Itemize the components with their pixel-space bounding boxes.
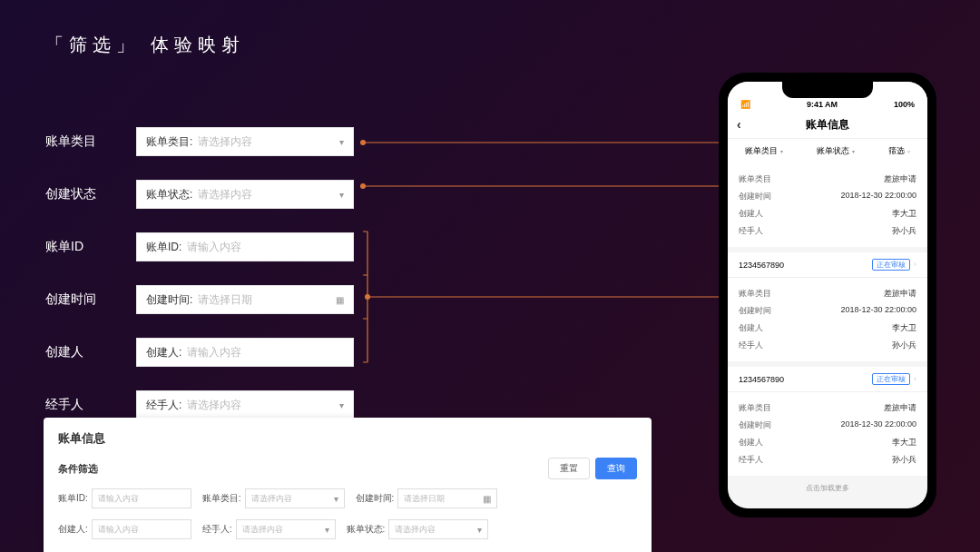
row-value: 2018-12-30 22:00:00 xyxy=(840,419,916,431)
row-value: 孙小兵 xyxy=(892,225,916,237)
row-value: 孙小兵 xyxy=(892,454,916,466)
card-row: 经手人孙小兵 xyxy=(739,451,916,468)
chevron-down-icon: ▾ xyxy=(339,190,344,200)
panel-fields: 账单ID:请输入内容账单类目:请选择内容▾创建时间:请选择日期▦创建人:请输入内… xyxy=(58,488,637,539)
form-field[interactable]: 账单状态:请选择内容▾ xyxy=(136,180,354,209)
row-value: 李大卫 xyxy=(892,208,916,220)
row-key: 创建时间 xyxy=(739,305,771,317)
form-label: 经手人 xyxy=(45,397,136,413)
chevron-down-icon: ▾ xyxy=(334,494,338,504)
row-key: 创建时间 xyxy=(739,191,771,202)
field-placeholder: 请选择内容 xyxy=(198,187,339,202)
calendar-icon: ▦ xyxy=(483,494,491,504)
form-label: 创建时间 xyxy=(45,291,136,308)
status-badge: 正在审核 xyxy=(872,373,910,385)
load-more[interactable]: 点击加载更多 xyxy=(728,476,927,500)
chevron-down-icon: ▾ xyxy=(852,148,855,154)
pf-input[interactable]: 请选择内容▾ xyxy=(388,519,488,539)
tab-label: 账单状态 xyxy=(817,145,849,157)
card-row: 经手人孙小兵 xyxy=(739,222,916,240)
desktop-panel: 账单信息 条件筛选 重置 查询 账单ID:请输入内容账单类目:请选择内容▾创建时… xyxy=(44,418,652,552)
filter-tab[interactable]: 筛选▿ xyxy=(888,145,910,157)
field-prefix: 账单状态: xyxy=(146,187,192,202)
card-id-row[interactable]: 1234567890正在审核› xyxy=(728,252,927,277)
panel-field: 创建人:请输入内容 xyxy=(58,519,191,539)
phone-mockup: 📶 9:41 AM 100% ‹ 账单信息 账单类目▾账单状态▾筛选▿ 账单类目… xyxy=(719,73,936,518)
form-row: 创建人创建人:请输入内容 xyxy=(45,338,354,367)
row-key: 创建时间 xyxy=(739,419,771,431)
row-key: 经手人 xyxy=(739,454,763,466)
field-prefix: 账单类目: xyxy=(146,134,192,150)
list-card: 账单类目差旅申请创建时间2018-12-30 22:00:00创建人李大卫经手人… xyxy=(728,163,927,247)
pf-label: 账单类目: xyxy=(202,492,241,505)
row-key: 经手人 xyxy=(739,340,763,351)
row-value: 差旅申请 xyxy=(884,288,916,300)
form-row: 创建状态账单状态:请选择内容▾ xyxy=(45,180,354,209)
card-row: 账单类目差旅申请 xyxy=(739,171,916,188)
pf-input[interactable]: 请选择内容▾ xyxy=(245,488,345,508)
signal-icon: 📶 xyxy=(740,100,750,109)
form-row: 创建时间创建时间:请选择日期▦ xyxy=(45,285,354,314)
row-value: 李大卫 xyxy=(892,322,916,334)
form-label: 创建状态 xyxy=(45,186,136,202)
row-value: 差旅申请 xyxy=(884,402,916,414)
pf-input[interactable]: 请选择日期▦ xyxy=(397,488,497,508)
pf-input[interactable]: 请输入内容 xyxy=(92,488,191,508)
card-row: 创建人李大卫 xyxy=(739,434,916,451)
row-value: 李大卫 xyxy=(892,437,916,448)
page-title: 「筛选」 体验映射 xyxy=(45,33,245,57)
pf-label: 账单ID: xyxy=(58,492,88,505)
form-field[interactable]: 经手人:请选择内容▾ xyxy=(136,390,354,419)
field-placeholder: 请选择内容 xyxy=(187,398,339,413)
pf-input[interactable]: 请选择内容▾ xyxy=(236,519,336,539)
filter-tab[interactable]: 账单状态▾ xyxy=(817,145,855,157)
field-prefix: 创建时间: xyxy=(146,292,192,308)
filter-tab[interactable]: 账单类目▾ xyxy=(745,145,783,157)
field-prefix: 创建人: xyxy=(146,345,181,360)
card-id-row[interactable]: 1234567890正在审核› xyxy=(728,367,927,391)
panel-title: 账单信息 xyxy=(58,430,637,447)
card-row: 账单类目差旅申请 xyxy=(739,285,916,302)
row-key: 创建人 xyxy=(739,322,763,334)
pf-input[interactable]: 请输入内容 xyxy=(92,519,191,539)
row-key: 经手人 xyxy=(739,225,763,237)
form-field[interactable]: 创建时间:请选择日期▦ xyxy=(136,285,354,314)
reset-button[interactable]: 重置 xyxy=(548,458,590,479)
card-id: 1234567890 xyxy=(739,261,784,270)
chevron-down-icon: ▾ xyxy=(477,525,482,535)
card-row: 创建人李大卫 xyxy=(739,205,916,222)
status-time: 9:41 AM xyxy=(807,100,838,109)
panel-subtitle: 条件筛选 xyxy=(58,462,98,476)
card-row: 创建时间2018-12-30 22:00:00 xyxy=(739,302,916,320)
navbar-title: 账单信息 xyxy=(806,117,849,133)
svg-point-0 xyxy=(360,140,366,145)
card-row: 创建时间2018-12-30 22:00:00 xyxy=(739,188,916,205)
pf-placeholder: 请选择内容 xyxy=(251,493,292,505)
chevron-down-icon: ▾ xyxy=(780,148,783,154)
form-label: 账单ID xyxy=(45,239,136,255)
form-field[interactable]: 账单类目:请选择内容▾ xyxy=(136,127,354,156)
tab-label: 账单类目 xyxy=(745,145,778,157)
pf-label: 创建时间: xyxy=(356,492,395,505)
card-row: 创建时间2018-12-30 22:00:00 xyxy=(739,417,916,434)
tab-label: 筛选 xyxy=(888,145,905,157)
pf-placeholder: 请选择内容 xyxy=(242,524,283,536)
back-icon[interactable]: ‹ xyxy=(737,117,741,132)
pf-placeholder: 请选择内容 xyxy=(395,524,436,536)
row-value: 2018-12-30 22:00:00 xyxy=(840,305,916,317)
field-placeholder: 请输入内容 xyxy=(187,345,344,360)
form-row: 账单类目账单类目:请选择内容▾ xyxy=(45,127,354,156)
form-field[interactable]: 账单ID:请输入内容 xyxy=(136,232,354,261)
row-key: 账单类目 xyxy=(739,402,771,414)
chevron-down-icon: ▾ xyxy=(339,400,344,410)
pf-placeholder: 请输入内容 xyxy=(98,524,139,536)
list-card: 账单类目差旅申请创建时间2018-12-30 22:00:00创建人李大卫经手人… xyxy=(728,391,927,476)
panel-field: 账单类目:请选择内容▾ xyxy=(202,488,345,508)
form-field[interactable]: 创建人:请输入内容 xyxy=(136,338,354,367)
phone-content: 账单类目差旅申请创建时间2018-12-30 22:00:00创建人李大卫经手人… xyxy=(728,163,927,500)
field-placeholder: 请选择日期 xyxy=(198,292,336,308)
pf-placeholder: 请选择日期 xyxy=(404,493,445,505)
field-prefix: 经手人: xyxy=(146,398,181,413)
submit-button[interactable]: 查询 xyxy=(595,458,637,479)
pf-placeholder: 请输入内容 xyxy=(98,493,139,505)
